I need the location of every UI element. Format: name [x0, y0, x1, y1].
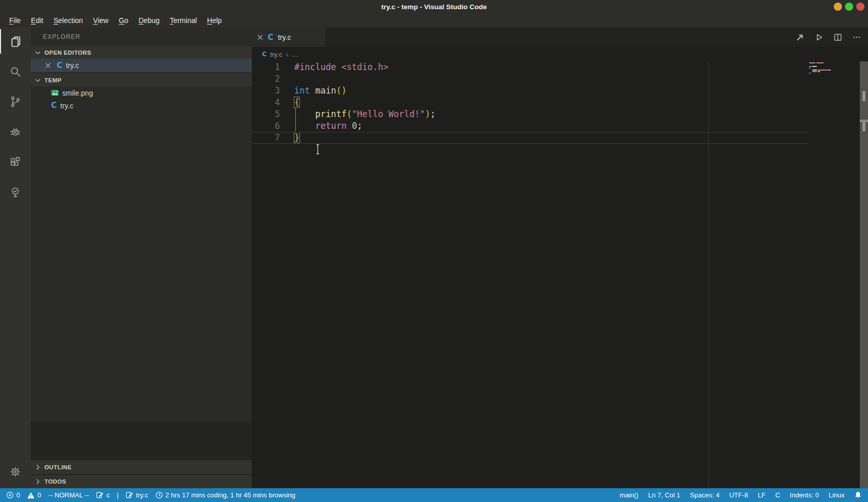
status-language-time[interactable]: c: [96, 491, 110, 499]
status-text: Indents: 0: [790, 491, 819, 499]
run-arrow-icon: [795, 32, 805, 42]
outline-label: OUTLINE: [44, 464, 72, 470]
status-file-time[interactable]: try.c: [126, 491, 148, 499]
line-number[interactable]: 4: [252, 97, 280, 108]
minimize-button[interactable]: [834, 3, 842, 11]
menu-view[interactable]: View: [88, 14, 113, 28]
menu-terminal[interactable]: Terminal: [165, 14, 202, 28]
code-line[interactable]: 5 printf("Hello World!");: [252, 108, 868, 120]
status-eol[interactable]: LF: [758, 491, 765, 499]
menu-edit[interactable]: Edit: [26, 14, 49, 28]
status-os[interactable]: Linux: [829, 491, 844, 499]
breadcrumb[interactable]: C try.c › …: [252, 47, 868, 61]
minimap-bar: [809, 67, 810, 69]
tab-bar: Ctry.c: [252, 28, 868, 47]
close-icon[interactable]: [45, 62, 53, 69]
menu-file[interactable]: File: [4, 14, 26, 28]
more-actions-button[interactable]: [852, 32, 862, 42]
activity-search[interactable]: [0, 59, 31, 84]
line-number[interactable]: 1: [252, 61, 280, 73]
outline-section-header[interactable]: OUTLINE: [31, 460, 252, 474]
status-indents[interactable]: Indents: 0: [790, 491, 819, 499]
code-line[interactable]: 3int main(): [252, 85, 868, 97]
code-text: #include <stdio.h>: [294, 61, 388, 73]
status-text: c: [106, 491, 110, 499]
activity-debug[interactable]: [0, 120, 31, 144]
close-icon[interactable]: [257, 34, 263, 40]
activity-settings[interactable]: [0, 460, 31, 484]
code-line[interactable]: 1#include <stdio.h>: [252, 61, 868, 73]
line-number[interactable]: 2: [252, 73, 280, 85]
editor-code-area[interactable]: 1#include <stdio.h>23int main()4{5 print…: [252, 61, 868, 488]
activity-extensions[interactable]: [0, 150, 31, 174]
menu-debug[interactable]: Debug: [133, 14, 165, 28]
status-code-time[interactable]: 2 hrs 17 mins coding, 1 hr 45 mins brows…: [155, 491, 295, 499]
code-text: return 0;: [294, 120, 362, 132]
code-text: int main(): [294, 85, 346, 97]
window-title: try.c - temp - Visual Studio Code: [0, 0, 868, 14]
status-warnings[interactable]: 0: [27, 491, 41, 499]
code-line[interactable]: 2: [252, 73, 868, 85]
tree-item[interactable]: smile.png: [31, 86, 252, 99]
scrollbar[interactable]: [860, 61, 868, 488]
line-number[interactable]: 5: [252, 108, 280, 120]
tree-item[interactable]: Ctry.c: [31, 99, 252, 112]
minimap-bar: [809, 73, 810, 74]
status-errors[interactable]: 0: [6, 491, 20, 499]
activity-test[interactable]: [0, 180, 31, 204]
status-text: UTF-8: [729, 491, 748, 499]
status-symbol[interactable]: main(): [620, 491, 639, 499]
line-number[interactable]: 6: [252, 120, 280, 132]
minimap-bar: [812, 70, 817, 71]
todos-section-header[interactable]: TODOS: [31, 474, 252, 488]
token: return: [315, 121, 346, 131]
line-number[interactable]: 3: [252, 85, 280, 97]
current-line-highlight: [252, 132, 809, 144]
status-indentation[interactable]: Spaces: 4: [690, 491, 720, 499]
folder-header-temp[interactable]: TEMP: [31, 74, 252, 86]
status-left: 00-- NORMAL --c|try.c2 hrs 17 mins codin…: [6, 491, 295, 499]
minimap-line: [809, 67, 856, 69]
edit-file-icon: [96, 491, 104, 499]
scrollbar-slider[interactable]: [862, 91, 865, 101]
code-text: {: [294, 97, 299, 108]
minimap-bar: [812, 71, 817, 72]
menu-go[interactable]: Go: [113, 14, 133, 28]
token: 0: [352, 121, 357, 131]
titlebar[interactable]: try.c - temp - Visual Studio Code: [0, 0, 868, 14]
split-editor-button[interactable]: [833, 32, 843, 42]
tab-label: try.c: [278, 33, 291, 41]
activity-source-control[interactable]: [0, 89, 31, 114]
menu-help[interactable]: Help: [202, 14, 227, 28]
open-editors-header[interactable]: OPEN EDITORS: [31, 46, 252, 59]
breadcrumb-separator: ›: [286, 50, 288, 58]
status-separator[interactable]: |: [117, 491, 119, 499]
minimap-bar: [818, 70, 829, 71]
minimap[interactable]: [809, 62, 856, 75]
run-button[interactable]: [814, 32, 824, 42]
token: (): [336, 85, 346, 96]
minimap-line: [809, 70, 856, 71]
open-editor-item[interactable]: Ctry.c: [31, 59, 252, 72]
menu-selection[interactable]: Selection: [49, 14, 88, 28]
status-encoding[interactable]: UTF-8: [729, 491, 748, 499]
scrollbar-slider[interactable]: [862, 122, 865, 131]
breadcrumb-file[interactable]: try.c: [270, 51, 283, 58]
status-text: C: [775, 491, 780, 499]
status-notifications[interactable]: [854, 491, 862, 499]
status-cursor-position[interactable]: Ln 7, Col 1: [648, 491, 681, 499]
status-vim-mode[interactable]: -- NORMAL --: [48, 491, 89, 499]
maximize-button[interactable]: [845, 3, 853, 11]
minimap-bar: [816, 62, 824, 63]
status-language-mode[interactable]: C: [775, 491, 780, 499]
close-button[interactable]: [856, 3, 864, 11]
run-build-button[interactable]: [795, 32, 805, 42]
breadcrumb-symbol[interactable]: …: [292, 51, 298, 58]
activity-explorer[interactable]: [0, 29, 31, 54]
minimap-bar: [830, 70, 831, 71]
status-text: try.c: [136, 491, 148, 499]
code-line[interactable]: 6 return 0;: [252, 120, 868, 132]
tab-try.c[interactable]: Ctry.c: [252, 28, 325, 47]
vscode-window: try.c - temp - Visual Studio Code FileEd…: [0, 0, 868, 502]
code-line[interactable]: 4{: [252, 97, 868, 108]
